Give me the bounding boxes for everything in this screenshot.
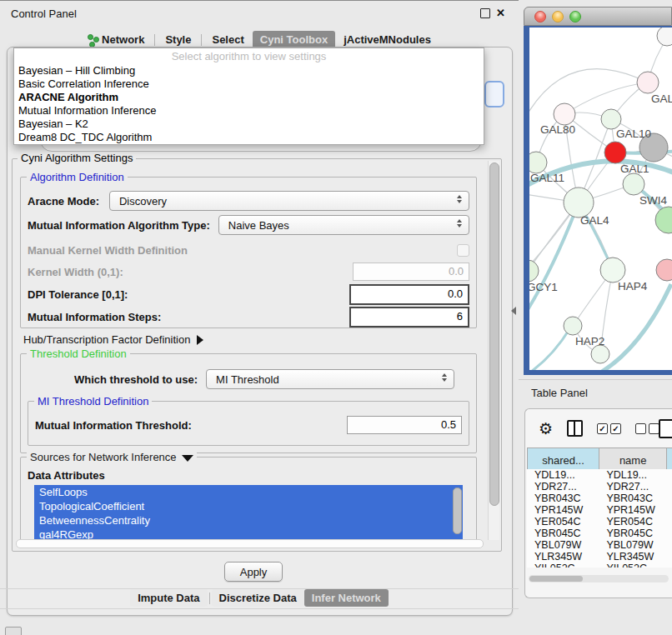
mi-steps-label: Mutual Information Steps: (28, 311, 161, 323)
dropdown-item[interactable]: Basic Correlation Inference (14, 78, 484, 91)
mi-steps-input[interactable]: 6 (349, 307, 469, 328)
tab-style[interactable]: Style (158, 31, 198, 48)
network-view-frame: GALGAL80GAL10GAL1GAL11SWI4GAL4GCY1HAP4YH… (524, 26, 672, 375)
mi-threshold-input[interactable]: 0.5 (347, 416, 462, 434)
combo-stepper-icon (457, 195, 462, 203)
network-node[interactable] (604, 142, 626, 163)
table-rows-viewport: YDL19...YDL19...13YDR27...YDR27...12YBR0… (527, 469, 672, 568)
dropdown-item[interactable]: Dream8 DC_TDC Algorithm (14, 131, 484, 144)
kernel-width-input[interactable]: 0.0 (353, 262, 469, 281)
tab-network[interactable]: Network (80, 31, 152, 48)
network-node[interactable] (591, 345, 609, 363)
tab-jactivemnodules[interactable]: jActiveMNodules (336, 31, 439, 48)
table-row[interactable]: YDL19...YDL19...13 (527, 469, 672, 481)
apply-button[interactable]: Apply (224, 562, 283, 582)
float-window-icon[interactable] (480, 8, 490, 18)
network-node-label: GAL80 (540, 123, 575, 136)
mi-algorithm-type-combo[interactable]: Naive Bayes (218, 215, 469, 235)
deselect-all-icon[interactable] (635, 423, 659, 434)
settings-vertical-scrollbar[interactable] (488, 161, 499, 540)
export-table-icon[interactable] (659, 419, 672, 438)
network-node-label: HAP4 (618, 280, 648, 292)
expander-expanded-icon[interactable] (182, 455, 193, 462)
network-canvas[interactable]: GALGAL80GAL10GAL1GAL11SWI4GAL4GCY1HAP4YH… (529, 28, 672, 370)
network-node[interactable] (529, 260, 539, 282)
network-node[interactable] (564, 317, 582, 335)
focused-combo-fragment[interactable] (484, 81, 504, 108)
attribute-list-item[interactable]: BetweennessCentrality (34, 513, 463, 528)
table-row[interactable]: YER054CYER054C8. (527, 516, 672, 528)
table-panel-title: Table Panel (531, 387, 588, 399)
control-panel-tabbar: Network Style Select Cyni Toolbox jActiv… (0, 31, 519, 48)
table-row[interactable]: YBR045CYBR045C9. (527, 528, 672, 539)
mi-threshold-label: Mutual Information Threshold: (35, 419, 192, 432)
tab-separator (209, 592, 210, 604)
table-row[interactable]: YDR27...YDR27...12 (527, 481, 672, 492)
data-attributes-list[interactable]: SelfLoopsTopologicalCoefficientBetweenne… (34, 485, 463, 542)
scrollbar-thumb[interactable] (529, 576, 583, 582)
divider (0, 608, 519, 609)
tab-infer-network[interactable]: Infer Network (304, 589, 389, 607)
network-node[interactable] (657, 28, 672, 46)
minimized-panel-icon[interactable] (5, 627, 22, 635)
attribute-list-item[interactable]: SelfLoops (34, 485, 463, 499)
select-all-icon[interactable]: ✓✓ (597, 423, 621, 434)
which-threshold-combo[interactable]: MI Threshold (206, 369, 454, 389)
network-window-titlebar[interactable] (524, 7, 672, 26)
dpi-tolerance-label: DPI Tolerance [0,1]: (28, 288, 128, 301)
tab-discretize-data[interactable]: Discretize Data (212, 589, 304, 607)
window-zoom-icon[interactable] (569, 11, 581, 22)
tab-impute-data[interactable]: Impute Data (130, 589, 207, 607)
network-node[interactable] (655, 207, 672, 233)
table-row[interactable]: YBL079WYBL079W (527, 539, 672, 551)
dropdown-item-aracne[interactable]: ARACNE Algorithm (14, 91, 484, 104)
gear-icon[interactable]: ⚙ (539, 421, 553, 437)
aracne-mode-combo[interactable]: Discovery (109, 191, 469, 211)
network-edge (529, 329, 569, 370)
close-icon[interactable]: ✕ (496, 8, 505, 18)
dropdown-item[interactable]: Mutual Information Inference (14, 104, 484, 118)
hub-definition-expander[interactable]: Hub/Transcription Factor Definition (23, 333, 203, 346)
manual-kernel-width-label: Manual Kernel Width Definition (28, 244, 188, 257)
dropdown-item[interactable]: Bayesian – K2 (14, 118, 484, 131)
bottom-tabbar: Impute Data Discretize Data Infer Networ… (0, 589, 519, 607)
algorithm-dropdown-placeholder: Select algorithm to view settings (14, 48, 484, 64)
network-node[interactable] (601, 109, 621, 129)
network-node[interactable] (529, 152, 547, 173)
mi-algorithm-type-label: Mutual Information Algorithm Type: (28, 219, 210, 232)
tab-select[interactable]: Select (204, 31, 251, 48)
sources-title: Sources for Network Inference (30, 451, 177, 463)
list-scrollbar[interactable] (453, 488, 462, 534)
network-node[interactable] (564, 188, 594, 218)
table-panel: ⚙ ✓✓ shared... name A YDL19...YDL19...13… (524, 408, 672, 598)
which-threshold-label: Which threshold to use: (74, 373, 198, 386)
split-pane-collapse-icon[interactable] (511, 307, 516, 315)
dpi-tolerance-input[interactable]: 0.0 (349, 284, 469, 305)
attribute-list-item[interactable]: TopologicalCoefficient (34, 499, 463, 513)
scrollbar-thumb[interactable] (489, 162, 499, 506)
network-node[interactable] (656, 259, 672, 281)
table-row[interactable]: YBR043CYBR043C (527, 492, 672, 504)
dropdown-item[interactable]: Bayesian – Hill Climbing (14, 64, 484, 78)
network-node-label: HAP2 (575, 335, 604, 348)
tab-cyni-toolbox[interactable]: Cyni Toolbox (253, 31, 335, 48)
settings-group-title: Cyni Algorithm Settings (18, 152, 136, 164)
network-node[interactable] (600, 258, 625, 282)
network-node[interactable] (637, 72, 659, 93)
window-minimize-icon[interactable] (552, 11, 564, 22)
network-node[interactable] (623, 173, 644, 195)
network-node[interactable] (554, 103, 575, 125)
control-panel-title: Control Panel (11, 8, 77, 20)
table-row[interactable]: YLR345WYLR345W9. (527, 551, 672, 562)
table-row[interactable]: YPR145WYPR145W9. (527, 504, 672, 516)
app-root: Control Panel ✕ Network Style Select Cyn… (0, 0, 672, 635)
settings-horizontal-scrollbar[interactable] (16, 539, 484, 548)
network-node-label: GAL10 (616, 128, 651, 140)
columns-icon[interactable] (567, 420, 583, 437)
table-row[interactable]: YIL052CYIL052C9 (527, 562, 672, 568)
manual-kernel-width-checkbox[interactable] (457, 244, 469, 257)
table-horizontal-scrollbar[interactable] (529, 575, 669, 582)
mi-threshold-definition-group: MI Threshold Definition Mutual Informati… (28, 401, 469, 446)
divider (519, 379, 672, 380)
window-close-icon[interactable] (534, 11, 546, 22)
